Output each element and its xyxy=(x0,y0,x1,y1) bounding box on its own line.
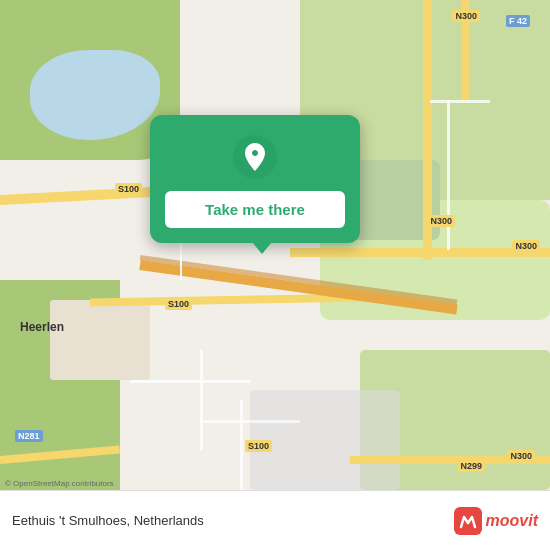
take-me-there-button[interactable]: Take me there xyxy=(165,191,345,228)
location-pin-icon xyxy=(233,135,277,179)
moovit-logo: moovit xyxy=(454,507,538,535)
map-attribution: © OpenStreetMap contributors xyxy=(5,479,114,488)
moovit-icon xyxy=(454,507,482,535)
s100-label-bottom: S100 xyxy=(245,440,272,452)
s100-label-left: S100 xyxy=(115,183,142,195)
moovit-text: moovit xyxy=(486,512,538,530)
map-view: S100 S100 S100 N300 N300 N300 N300 N281 … xyxy=(0,0,550,490)
n300-label-mid: N300 xyxy=(512,240,540,252)
city-label: Heerlen xyxy=(20,320,64,334)
place-name: Eethuis 't Smulhoes, Netherlands xyxy=(12,513,204,528)
s100-label-mid: S100 xyxy=(165,298,192,310)
n281-label: N281 xyxy=(15,430,43,442)
navigation-popup: Take me there xyxy=(150,115,360,243)
f42-label: F 42 xyxy=(506,15,530,27)
n300-label-bottom: N300 xyxy=(507,450,535,462)
n300-label-top: N300 xyxy=(452,10,480,22)
bottom-bar: Eethuis 't Smulhoes, Netherlands moovit xyxy=(0,490,550,550)
n300-label-right: N300 xyxy=(427,215,455,227)
n299-label: N299 xyxy=(457,460,485,472)
